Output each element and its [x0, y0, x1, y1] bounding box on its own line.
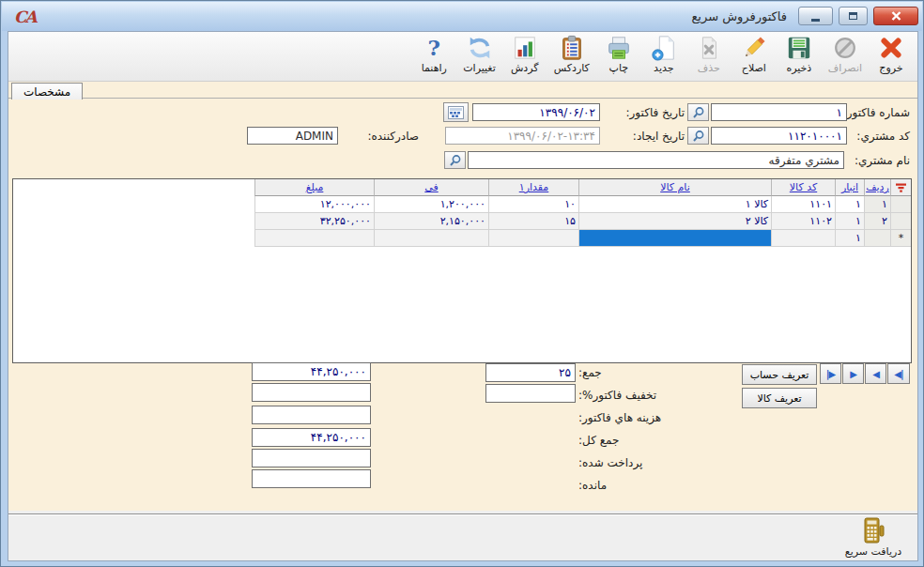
- tab-details[interactable]: مشخصات: [11, 83, 83, 100]
- nav-prev-button[interactable]: ◀: [865, 363, 886, 384]
- cell-warehouse[interactable]: ۱: [835, 230, 864, 247]
- cell-amount[interactable]: ۳۲,۲۵۰,۰۰۰: [254, 213, 374, 230]
- cell-item-code[interactable]: ۱۱۰۱: [771, 196, 835, 213]
- row-filler: [13, 213, 254, 230]
- maximize-button[interactable]: [839, 7, 868, 25]
- header-cell-row[interactable]: ردیف: [864, 179, 890, 196]
- grid-corner-cell[interactable]: [890, 179, 911, 196]
- calendar-icon: [448, 106, 464, 119]
- header-cell-item-name[interactable]: نام کالا: [578, 179, 771, 196]
- minimize-button[interactable]: [798, 7, 833, 25]
- balance-label: مانده:: [578, 479, 719, 492]
- sum-amount-input[interactable]: ۴۴,۲۵۰,۰۰۰: [252, 362, 371, 381]
- invoice-date-label: تاریخ فاکتور:: [602, 106, 685, 119]
- cancel-icon: [832, 35, 858, 61]
- cancel-label: انصراف: [828, 62, 862, 74]
- item-row-new[interactable]: * ۱: [13, 230, 911, 247]
- title-bar: CA فاکتورفروش سریع: [2, 2, 922, 31]
- customer-code-input[interactable]: ۱۱۲۰۱۰۰۰۱: [711, 127, 847, 145]
- customer-name-search-button[interactable]: [444, 151, 466, 169]
- turnover-label: گردش: [511, 62, 539, 74]
- toolbar-buttons: خروج انصراف ذخیره اصلاح حذف جدید چاپ کا: [413, 35, 912, 80]
- maximize-icon: [849, 12, 857, 20]
- new-button[interactable]: جدید: [643, 35, 685, 80]
- header-cell-amount[interactable]: مبلغ: [254, 179, 374, 196]
- creation-date-field: ۱۳۹۹/۰۶/۰۲-۱۳:۳۴: [445, 127, 600, 145]
- cell-qty[interactable]: ۱۵: [488, 213, 578, 230]
- paid-label: پرداخت شده:: [578, 456, 719, 469]
- kardex-button[interactable]: کاردکس: [549, 35, 594, 80]
- cell-amount[interactable]: ۱۲,۰۰۰,۰۰۰: [254, 196, 374, 213]
- costs-amount-input[interactable]: [252, 406, 371, 424]
- grand-total-label: جمع کل:: [578, 434, 719, 447]
- invoice-date-input[interactable]: ۱۳۹۹/۰۶/۰۲: [472, 103, 600, 121]
- save-button[interactable]: ذخیره: [778, 35, 820, 80]
- invoice-number-input[interactable]: ۱: [711, 103, 847, 121]
- header-cell-warehouse[interactable]: انبار: [835, 179, 864, 196]
- print-button[interactable]: چاپ: [598, 35, 639, 80]
- changes-button[interactable]: تغییرات: [458, 35, 500, 80]
- row-filler: [13, 196, 254, 213]
- exit-button[interactable]: خروج: [870, 35, 912, 80]
- search-icon: [692, 130, 705, 143]
- delete-icon: [696, 35, 722, 61]
- header-cell-price[interactable]: فی: [374, 179, 488, 196]
- cell-warehouse[interactable]: ۱: [835, 213, 864, 230]
- cell-amount[interactable]: [254, 230, 374, 247]
- cell-price[interactable]: ۱,۲۰۰,۰۰۰: [374, 196, 488, 213]
- header-filler: [13, 179, 254, 196]
- selected-cell-item-name[interactable]: [578, 230, 771, 247]
- customer-code-search-button[interactable]: [687, 127, 709, 145]
- edit-button[interactable]: اصلاح: [733, 35, 775, 80]
- calculator-icon: [859, 516, 887, 544]
- cell-item-name[interactable]: کالا ۱: [578, 196, 771, 213]
- invoice-number-search-button[interactable]: [687, 103, 709, 121]
- nav-last-button[interactable]: ▶|: [820, 363, 841, 384]
- cell-qty[interactable]: ۱۰: [488, 196, 578, 213]
- kardex-icon: [559, 35, 585, 61]
- cell-row: [864, 230, 890, 247]
- cancel-button: انصراف: [824, 35, 867, 80]
- sum-label: جمع:: [578, 366, 719, 379]
- cell-price[interactable]: [374, 230, 488, 247]
- help-button[interactable]: ? راهنما: [413, 35, 454, 80]
- row-selector-cell[interactable]: [890, 196, 911, 213]
- issuer-input[interactable]: ADMIN: [247, 127, 338, 145]
- grand-total-amount-input[interactable]: ۴۴,۲۵۰,۰۰۰: [252, 428, 371, 447]
- cell-price[interactable]: ۲,۱۵۰,۰۰۰: [374, 213, 488, 230]
- header-cell-item-code[interactable]: کد کالا: [771, 179, 835, 196]
- cell-item-name[interactable]: کالا ۲: [578, 213, 771, 230]
- new-row-selector-cell[interactable]: *: [890, 230, 911, 247]
- balance-amount-input[interactable]: [252, 469, 371, 488]
- close-button[interactable]: [873, 7, 918, 25]
- turnover-chart-icon: [512, 35, 538, 61]
- item-row-2[interactable]: ۲ ۱ ۱۱۰۲ کالا ۲ ۱۵ ۲,۱۵۰,۰۰۰ ۳۲,۲۵۰,۰۰۰: [13, 213, 911, 230]
- row-selector-cell[interactable]: [890, 213, 911, 230]
- discount-label: تخفیف فاکتور%:: [578, 389, 719, 402]
- cell-qty[interactable]: [488, 230, 578, 247]
- issuer-label: صادرکننده:: [339, 130, 419, 143]
- exit-label: خروج: [879, 62, 902, 74]
- nav-first-button[interactable]: |◀: [887, 363, 910, 384]
- cell-item-code[interactable]: [771, 230, 835, 247]
- nav-next-button[interactable]: ▶: [842, 363, 864, 384]
- item-row-1[interactable]: ۱ ۱ ۱۱۰۱ کالا ۱ ۱۰ ۱,۲۰۰,۰۰۰ ۱۲,۰۰۰,۰۰۰: [13, 196, 911, 213]
- new-label: جدید: [654, 62, 673, 74]
- define-item-button[interactable]: تعریف کالا: [742, 388, 817, 408]
- discount-input[interactable]: [485, 384, 576, 403]
- discount-amount-input[interactable]: [252, 383, 371, 402]
- cell-item-code[interactable]: ۱۱۰۲: [771, 213, 835, 230]
- header-cell-qty[interactable]: مقدار۱: [488, 179, 578, 196]
- cell-row: ۲: [864, 213, 890, 230]
- calendar-button[interactable]: [443, 102, 469, 122]
- items-grid[interactable]: ردیف انبار کد کالا نام کالا مقدار۱ فی مب…: [12, 178, 912, 363]
- quick-receipt-button[interactable]: دریافت سریع: [839, 516, 908, 558]
- turnover-button[interactable]: گردش: [504, 35, 546, 80]
- define-account-button[interactable]: تعریف حساب: [742, 364, 817, 385]
- sum-input[interactable]: ۲۵: [485, 363, 576, 382]
- customer-name-input[interactable]: مشتري متفرقه: [468, 151, 844, 169]
- new-icon: [651, 35, 677, 61]
- paid-amount-input[interactable]: [252, 449, 371, 467]
- cell-warehouse[interactable]: ۱: [835, 196, 864, 213]
- cell-row: ۱: [864, 196, 890, 213]
